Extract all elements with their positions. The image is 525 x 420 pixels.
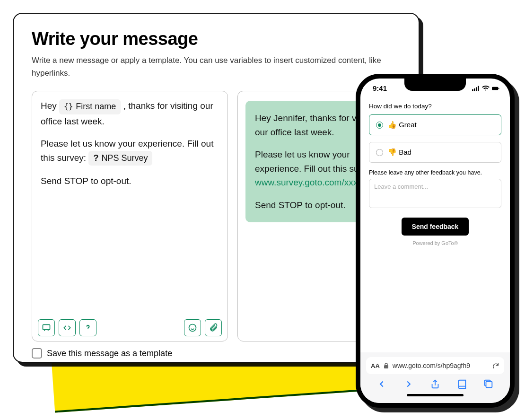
save-template-checkbox[interactable] xyxy=(32,348,42,359)
smile-icon xyxy=(188,323,197,332)
save-template-label: Save this message as a template xyxy=(47,349,172,359)
url-bar[interactable]: AA www.goto.com/s/hp9agfh9 xyxy=(366,357,504,374)
phone-notch xyxy=(404,79,466,91)
cellular-icon xyxy=(472,86,480,91)
text-size-icon: AA xyxy=(371,362,380,369)
browser-chrome: AA www.goto.com/s/hp9agfh9 xyxy=(360,352,510,403)
attachment-button[interactable] xyxy=(205,319,222,336)
battery-icon xyxy=(492,86,499,91)
status-time: 9:41 xyxy=(373,84,387,92)
code-icon xyxy=(62,323,72,332)
share-icon[interactable] xyxy=(430,379,440,389)
radio-icon xyxy=(376,122,383,129)
braces-icon: {} xyxy=(64,101,73,113)
bookmarks-icon[interactable] xyxy=(457,379,467,389)
option-bad[interactable]: 👎 Bad xyxy=(369,142,501,163)
help-button[interactable] xyxy=(79,319,96,336)
tabs-icon[interactable] xyxy=(483,379,494,389)
phone-mockup: 9:41 How did we do today? 👍 Great 👎 Bad … xyxy=(356,74,515,408)
variable-chip-survey[interactable]: ? NPS Survey xyxy=(88,151,152,166)
svg-rect-4 xyxy=(476,87,477,91)
page-title: Write your message xyxy=(32,29,401,49)
page-subtitle: Write a new message or apply a template.… xyxy=(32,54,401,79)
template-button[interactable] xyxy=(38,319,55,336)
radio-icon xyxy=(376,149,383,156)
svg-rect-0 xyxy=(43,325,50,330)
option-label: 👍 Great xyxy=(388,121,417,129)
survey-form: How did we do today? 👍 Great 👎 Bad Pleas… xyxy=(360,94,510,352)
svg-rect-8 xyxy=(384,365,388,368)
lock-icon xyxy=(384,363,389,369)
send-feedback-button[interactable]: Send feedback xyxy=(402,218,469,236)
variable-label: First name xyxy=(76,100,116,114)
svg-rect-5 xyxy=(478,86,479,91)
question-icon xyxy=(83,323,93,332)
wifi-icon xyxy=(482,86,490,91)
refresh-icon[interactable] xyxy=(492,362,499,369)
variable-chip-firstname[interactable]: {} First name xyxy=(59,99,121,114)
url-text: www.goto.com/s/hp9agfh9 xyxy=(393,362,488,369)
option-label: 👎 Bad xyxy=(388,148,411,157)
compose-toolbar xyxy=(32,315,228,341)
svg-rect-7 xyxy=(499,88,499,89)
paperclip-icon xyxy=(209,323,218,332)
svg-rect-2 xyxy=(472,89,473,91)
forward-icon[interactable] xyxy=(403,379,414,389)
survey-question: How did we do today? xyxy=(369,103,501,110)
svg-rect-3 xyxy=(474,88,475,91)
powered-by-label: Powered by GoTo® xyxy=(369,240,501,246)
question-icon: ? xyxy=(93,152,98,165)
emoji-button[interactable] xyxy=(184,319,201,336)
phone-screen: 9:41 How did we do today? 👍 Great 👎 Bad … xyxy=(360,79,510,403)
preview-link: www.survey.goto.com/xxxxx xyxy=(255,177,367,187)
svg-rect-6 xyxy=(492,87,498,90)
comment-textarea[interactable] xyxy=(369,179,501,208)
compose-panel: Hey {} First name , thanks for visiting … xyxy=(32,91,228,341)
option-great[interactable]: 👍 Great xyxy=(369,114,501,135)
variable-button[interactable] xyxy=(59,319,76,336)
compose-text: Send STOP to opt-out. xyxy=(41,174,219,188)
message-icon xyxy=(42,323,51,332)
svg-rect-9 xyxy=(486,382,492,388)
back-icon[interactable] xyxy=(376,379,387,389)
compose-text: Hey xyxy=(41,101,59,111)
home-indicator xyxy=(407,394,464,396)
compose-textarea[interactable]: Hey {} First name , thanks for visiting … xyxy=(32,91,228,315)
comment-label: Please leave any other feedback you have… xyxy=(369,169,501,176)
variable-label: NPS Survey xyxy=(101,152,148,165)
svg-point-1 xyxy=(189,324,196,332)
